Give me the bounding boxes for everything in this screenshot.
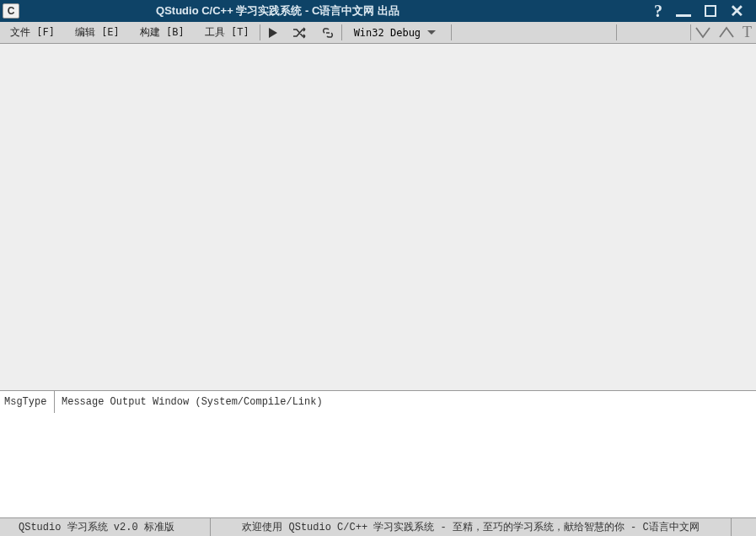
tool-text[interactable]: T	[738, 22, 756, 43]
message-body[interactable]	[0, 414, 756, 517]
build-config-value: Win32 Debug	[354, 27, 421, 39]
menubar: 文件 [F] 编辑 [E] 构建 [B] 工具 [T] Win32 Debug …	[0, 22, 756, 44]
run-button[interactable]	[260, 22, 286, 43]
separator	[616, 24, 617, 40]
target-selector[interactable]	[452, 22, 616, 43]
window-title: QStudio C/C++ 学习实践系统 - C语言中文网 出品	[19, 3, 654, 19]
link-button[interactable]	[314, 22, 341, 43]
editor-area[interactable]	[0, 44, 756, 391]
close-button[interactable]: ✕	[730, 1, 744, 21]
maximize-button[interactable]	[705, 5, 716, 17]
status-right-pane	[731, 518, 756, 536]
message-output-column: Message Output Window (System/Compile/Li…	[55, 391, 756, 413]
message-header: MsgType Message Output Window (System/Co…	[0, 391, 756, 414]
help-button[interactable]: ?	[654, 2, 662, 21]
shuffle-icon	[292, 27, 308, 39]
shuffle-button[interactable]	[286, 22, 314, 43]
menu-tools[interactable]: 工具 [T]	[195, 22, 260, 43]
link-icon	[321, 27, 335, 39]
statusbar: QStudio 学习系统 v2.0 标准版 欢迎使用 QStudio C/C++…	[0, 517, 756, 536]
build-config-selector[interactable]: Win32 Debug	[342, 22, 451, 43]
menu-edit[interactable]: 编辑 [E]	[65, 22, 130, 43]
window-controls: ? ✕	[654, 1, 756, 21]
minimize-button[interactable]	[676, 14, 691, 17]
message-panel: MsgType Message Output Window (System/Co…	[0, 391, 756, 517]
tool-down[interactable]	[691, 22, 715, 43]
menu-build[interactable]: 构建 [B]	[130, 22, 195, 43]
app-icon: C	[3, 3, 19, 19]
status-version: QStudio 学习系统 v2.0 标准版	[0, 518, 211, 536]
status-welcome: 欢迎使用 QStudio C/C++ 学习实践系统 - 至精，至巧的学习系统，献…	[211, 520, 731, 534]
play-icon	[267, 27, 279, 39]
message-type-column: MsgType	[0, 391, 55, 413]
menu-file[interactable]: 文件 [F]	[0, 22, 65, 43]
chevron-up-large-icon	[719, 26, 734, 40]
chevron-down-large-icon	[695, 26, 710, 40]
chevron-down-icon	[427, 30, 436, 35]
tool-up[interactable]	[715, 22, 738, 43]
titlebar: C QStudio C/C++ 学习实践系统 - C语言中文网 出品 ? ✕	[0, 0, 756, 22]
